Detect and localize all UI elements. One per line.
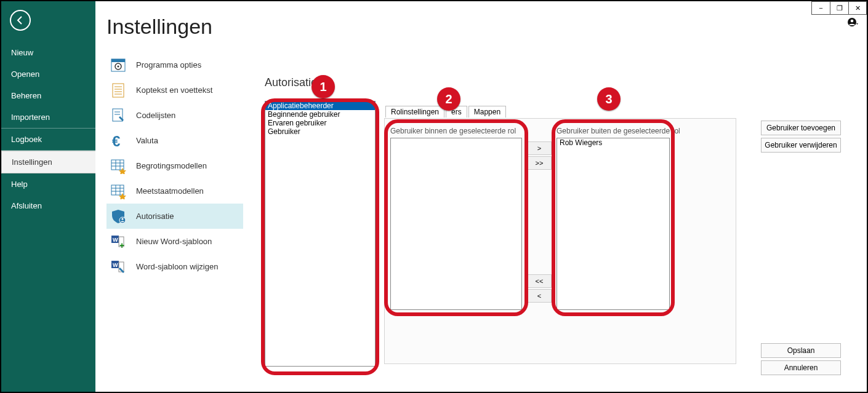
settings-item-label: Word-sjabloon wijzigen — [136, 262, 218, 271]
nav-item-nieuw[interactable]: Nieuw — [1, 42, 95, 63]
remove-user-button[interactable]: Gebruiker verwijderen — [761, 138, 841, 153]
dialog-buttons: Opslaan Annuleren — [761, 343, 841, 375]
word-edit-icon: W — [109, 258, 129, 276]
backstage-nav: NieuwOpenenBeherenImporterenLogboekInste… — [1, 1, 95, 392]
user-account-icon[interactable] — [847, 17, 859, 32]
settings-item-label: Nieuw Word-sjabloon — [136, 237, 212, 246]
nav-item-afsluiten[interactable]: Afsluiten — [1, 195, 95, 216]
roles-listbox[interactable]: ApplicatiebeheerderBeginnende gebruikerE… — [265, 101, 376, 367]
tab-mappen[interactable]: Mappen — [468, 106, 506, 117]
svg-text:+: + — [119, 240, 124, 250]
svg-rect-6 — [113, 84, 124, 97]
page-title: Instellingen — [106, 15, 243, 39]
roles-listbox-wrapper: ApplicatiebeheerderBeginnende gebruikerE… — [265, 101, 379, 371]
role-tabs: RolinstellingenersMappen — [385, 106, 507, 117]
settings-item-meetstaatmodellen[interactable]: Meetstaatmodellen — [106, 178, 243, 204]
save-button[interactable]: Opslaan — [761, 343, 841, 358]
doc-edit-icon — [109, 107, 129, 124]
role-row[interactable]: Applicatiebeheerder — [265, 101, 375, 110]
settings-item-koptekst-en-voettekst[interactable]: Koptekst en voettekst — [106, 77, 243, 103]
annotation-3-badge: 3 — [597, 87, 621, 111]
svg-text:W: W — [113, 262, 118, 268]
settings-item-label: Programma opties — [136, 60, 201, 69]
back-button[interactable] — [10, 10, 31, 31]
nav-item-help[interactable]: Help — [1, 173, 95, 195]
users-in-listbox[interactable] — [390, 138, 522, 310]
settings-item-label: Begrotingsmodellen — [136, 161, 207, 170]
move-buttons: > >> << < — [527, 141, 553, 303]
users-out-listbox[interactable]: Rob Wiegers — [557, 138, 670, 310]
window-controls: − ❐ ✕ — [811, 1, 867, 15]
role-row[interactable]: Gebruiker — [265, 127, 375, 136]
svg-point-1 — [851, 20, 854, 23]
move-left-all-button[interactable]: << — [527, 274, 552, 288]
settings-item-codelijsten[interactable]: Codelijsten — [106, 103, 243, 128]
user-action-buttons: Gebruiker toevoegen Gebruiker verwijdere… — [761, 121, 841, 153]
nav-item-logboek[interactable]: Logboek — [1, 129, 95, 150]
move-right-all-button[interactable]: >> — [527, 156, 552, 170]
close-button[interactable]: ✕ — [848, 1, 867, 15]
shield-user-icon — [109, 208, 129, 225]
svg-rect-21 — [111, 185, 124, 195]
svg-text:W: W — [113, 237, 118, 243]
settings-item-word-sjabloon-wijzigen[interactable]: WWord-sjabloon wijzigen — [106, 254, 243, 279]
svg-text:€: € — [112, 133, 120, 149]
tab-gebruikers[interactable]: ers — [446, 106, 467, 117]
settings-item-begrotingsmodellen[interactable]: Begrotingsmodellen — [106, 153, 243, 178]
move-right-one-button[interactable]: > — [527, 141, 552, 155]
euro-icon: € — [109, 132, 129, 149]
role-row[interactable]: Beginnende gebruiker — [265, 110, 375, 119]
maximize-button[interactable]: ❐ — [830, 1, 848, 15]
settings-item-label: Autorisatie — [136, 212, 174, 221]
svg-point-5 — [118, 65, 119, 67]
settings-item-valuta[interactable]: €Valuta — [106, 128, 243, 153]
users-out-label: Gebruiker buiten de geselecteerde rol — [557, 127, 680, 135]
svg-rect-3 — [111, 59, 125, 62]
settings-item-label: Koptekst en voettekst — [136, 85, 212, 95]
gear-icon — [109, 57, 129, 74]
minimize-button[interactable]: − — [811, 1, 830, 15]
grid-star-icon — [109, 183, 129, 200]
nav-item-importeren[interactable]: Importeren — [1, 106, 95, 128]
settings-item-nieuw-word-sjabloon[interactable]: W+Nieuw Word-sjabloon — [106, 229, 243, 254]
nav-item-instellingen[interactable]: Instellingen — [1, 151, 95, 173]
users-in-label: Gebruiker binnen de geselecteerde rol — [390, 127, 516, 135]
settings-category-list: Instellingen Programma optiesKoptekst en… — [95, 1, 243, 392]
settings-item-programma-opties[interactable]: Programma opties — [106, 52, 243, 77]
settings-item-autorisatie[interactable]: Autorisatie — [106, 204, 243, 229]
svg-rect-15 — [111, 160, 124, 170]
add-user-button[interactable]: Gebruiker toevoegen — [761, 121, 841, 135]
settings-item-label: Valuta — [136, 136, 158, 145]
nav-item-beheren[interactable]: Beheren — [1, 85, 95, 106]
doc-lines-icon — [109, 82, 129, 99]
move-left-one-button[interactable]: < — [527, 289, 552, 303]
grid-star-icon — [109, 157, 129, 175]
settings-item-label: Meetstaatmodellen — [136, 186, 204, 196]
nav-item-openen[interactable]: Openen — [1, 63, 95, 85]
settings-item-label: Codelijsten — [136, 111, 175, 120]
svg-point-28 — [121, 218, 123, 220]
role-row[interactable]: Ervaren gebruiker — [265, 119, 375, 127]
tab-rolinstellingen[interactable]: Rolinstellingen — [385, 106, 444, 117]
cancel-button[interactable]: Annuleren — [761, 360, 841, 375]
section-title: Autorisatie — [265, 76, 317, 89]
word-new-icon: W+ — [109, 233, 129, 250]
user-row[interactable]: Rob Wiegers — [557, 138, 669, 147]
